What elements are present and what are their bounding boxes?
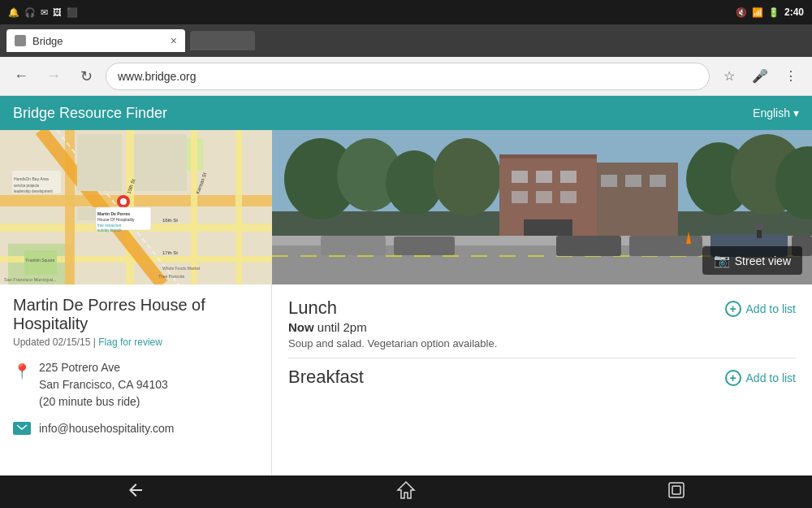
- app-title: Bridge Resource Finder: [13, 105, 167, 122]
- url-text: www.bridge.org: [118, 70, 197, 83]
- nav-right-icons: ☆ 🎤 ⋮: [716, 63, 804, 89]
- add-to-list-lunch-label: Add to list: [746, 302, 796, 315]
- svg-rect-45: [499, 154, 597, 158]
- main-area: HandsOn Bay Area service projects leader…: [0, 130, 812, 475]
- svg-rect-51: [560, 191, 577, 203]
- microphone-button[interactable]: 🎤: [747, 63, 773, 89]
- notif-icon: 🔔: [8, 7, 19, 18]
- image-icon: 🖼: [53, 7, 62, 17]
- nav-bar: ← → ↻ www.bridge.org ☆ 🎤 ⋮: [0, 57, 812, 96]
- svg-text:HandsOn Bay Area: HandsOn Bay Area: [14, 176, 49, 181]
- svg-rect-9: [235, 130, 242, 284]
- service-title-lunch: Lunch: [288, 297, 337, 319]
- svg-text:leadership development: leadership development: [14, 189, 54, 193]
- active-tab[interactable]: Bridge ×: [6, 29, 185, 52]
- service-desc-lunch: Soup and salad. Vegetarian option availa…: [288, 337, 796, 350]
- svg-rect-68: [394, 237, 455, 255]
- svg-rect-47: [536, 171, 552, 183]
- system-recents-button[interactable]: [667, 480, 686, 504]
- add-to-list-lunch-button[interactable]: + Add to list: [725, 297, 796, 317]
- service-time-lunch: Now until 2pm: [288, 320, 796, 334]
- service-title-breakfast: Breakfast: [288, 367, 364, 388]
- svg-point-20: [120, 198, 127, 205]
- svg-rect-61: [629, 236, 702, 256]
- svg-rect-32: [24, 250, 57, 275]
- email-address[interactable]: info@househospitality.com: [39, 422, 174, 435]
- circle-plus-icon: +: [725, 301, 741, 317]
- svg-rect-70: [669, 483, 684, 497]
- page-content: Bridge Resource Finder English ▾: [0, 96, 812, 475]
- svg-rect-49: [512, 191, 528, 203]
- svg-point-64: [755, 222, 763, 230]
- system-back-button[interactable]: [126, 480, 145, 504]
- system-home-button[interactable]: [396, 480, 416, 504]
- svg-rect-48: [560, 171, 577, 183]
- svg-rect-67: [321, 236, 386, 255]
- svg-text:free restaurant: free restaurant: [97, 224, 122, 228]
- street-view-area: 📷 Street view: [272, 130, 812, 284]
- right-panel: 📷 Street view Lunch + Add to list: [272, 130, 812, 475]
- back-button[interactable]: ←: [8, 63, 34, 89]
- forward-button[interactable]: →: [41, 63, 67, 89]
- clock: 2:40: [784, 7, 804, 18]
- svg-rect-55: [625, 175, 641, 187]
- svg-rect-71: [672, 486, 680, 494]
- svg-text:House Of Hospitality: House Of Hospitality: [97, 217, 135, 222]
- svg-rect-54: [601, 175, 617, 187]
- status-icons-right: 🔇 📶 🔋 2:40: [736, 7, 804, 18]
- gmail-icon: ✉: [41, 7, 48, 18]
- circle-plus-breakfast-icon: +: [725, 370, 741, 386]
- email-icon: [13, 422, 31, 435]
- location-info: Martin De Porres House of Hospitality Up…: [0, 284, 271, 475]
- svg-text:service projects: service projects: [14, 184, 40, 188]
- mute-icon: 🔇: [736, 7, 747, 18]
- map-image: HandsOn Bay Area service projects leader…: [0, 130, 272, 284]
- svg-text:Whole Foods Market: Whole Foods Market: [162, 266, 201, 271]
- svg-text:Martin De Porres: Martin De Porres: [97, 211, 130, 216]
- address-bar[interactable]: www.bridge.org: [106, 63, 710, 90]
- inactive-tab[interactable]: [190, 31, 255, 50]
- svg-marker-69: [398, 482, 414, 498]
- tab-favicon: [15, 35, 26, 46]
- bottom-nav: [0, 475, 812, 508]
- app-header: Bridge Resource Finder English ▾: [0, 96, 812, 130]
- service-header-lunch: Lunch + Add to list: [288, 297, 796, 319]
- services-area: Lunch + Add to list Now until 2pm Soup a…: [272, 284, 812, 475]
- svg-text:Franklin Square: Franklin Square: [26, 258, 55, 263]
- svg-text:17th St: 17th St: [162, 250, 178, 255]
- address-pin-icon: 📍: [13, 361, 31, 383]
- street-view-label: Street view: [735, 254, 791, 267]
- add-to-list-breakfast-button[interactable]: + Add to list: [725, 367, 796, 386]
- status-bar: 🔔 🎧 ✉ 🖼 ⬛ 🔇 📶 🔋 2:40: [0, 0, 812, 24]
- add-to-list-breakfast-label: Add to list: [746, 371, 796, 384]
- flag-review-link[interactable]: Flag for review: [98, 336, 162, 348]
- tab-label: Bridge: [32, 35, 63, 47]
- svg-point-40: [433, 138, 501, 216]
- svg-text:16th St: 16th St: [162, 218, 178, 223]
- svg-rect-60: [556, 236, 621, 256]
- status-icons-left: 🔔 🎧 ✉ 🖼 ⬛: [8, 7, 78, 18]
- svg-rect-12: [77, 134, 122, 191]
- svg-rect-50: [536, 191, 552, 203]
- address-text: 225 Potrero Ave San Francisco, CA 94103 …: [39, 359, 168, 410]
- service-item-lunch: Lunch + Add to list Now until 2pm Soup a…: [288, 297, 796, 350]
- svg-rect-13: [134, 134, 187, 191]
- battery-icon: 🔋: [768, 7, 780, 18]
- street-view-button[interactable]: 📷 Street view: [702, 246, 802, 275]
- tab-close-button[interactable]: ×: [171, 34, 177, 47]
- language-dropdown-icon: ▾: [793, 106, 799, 119]
- language-label: English: [753, 106, 790, 119]
- language-selector[interactable]: English ▾: [753, 106, 799, 119]
- browser-tab-bar: Bridge ×: [0, 24, 812, 57]
- reload-button[interactable]: ↻: [73, 63, 99, 89]
- headset-icon: 🎧: [24, 7, 36, 18]
- bookmark-button[interactable]: ☆: [716, 63, 742, 89]
- location-email: info@househospitality.com: [13, 422, 258, 435]
- map-container[interactable]: HandsOn Bay Area service projects leader…: [0, 130, 272, 284]
- svg-rect-46: [512, 171, 528, 183]
- service-header-breakfast: Breakfast + Add to list: [288, 367, 796, 388]
- location-name: Martin De Porres House of Hospitality: [13, 296, 258, 333]
- menu-button[interactable]: ⋮: [778, 63, 804, 89]
- svg-rect-65: [757, 230, 762, 238]
- apps-icon: ⬛: [67, 7, 78, 18]
